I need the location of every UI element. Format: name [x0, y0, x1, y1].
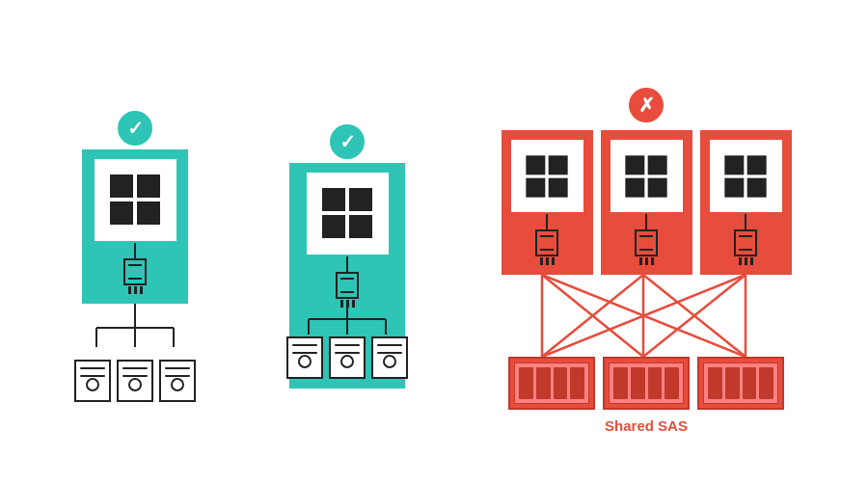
- drive-circle-2c: [383, 355, 396, 368]
- windows-logo-3a: [523, 152, 571, 201]
- drive-unit-bar-3a3: [554, 367, 568, 399]
- svg-rect-12: [349, 215, 372, 238]
- server-card-1: [82, 149, 188, 304]
- svg-rect-24: [625, 177, 644, 197]
- svg-rect-23: [648, 155, 667, 174]
- hba-pins-2: [340, 300, 355, 308]
- svg-rect-27: [747, 155, 767, 174]
- windows-icon-box-2: [307, 173, 389, 255]
- hba-connector-1: [123, 243, 147, 294]
- drive-group-1: [74, 360, 196, 402]
- drive-unit-bar-3c2: [725, 367, 740, 399]
- drive-unit-bar-3b1: [613, 367, 628, 399]
- hba-line-3a: [546, 214, 548, 229]
- status-badge-2: ✓: [330, 124, 365, 159]
- hba-body-3c: [734, 229, 757, 256]
- svg-rect-21: [549, 177, 568, 197]
- svg-rect-0: [110, 174, 133, 198]
- hba-pin-3ba: [639, 257, 642, 265]
- hba-pins-1: [128, 286, 143, 294]
- hba-pins-3a: [540, 257, 555, 265]
- drive-unit-bar-3a4: [570, 367, 584, 399]
- drive-unit-inner-3b: [609, 362, 684, 404]
- drive-unit-bar-3a1: [519, 367, 533, 399]
- drive-2a: [286, 336, 323, 379]
- svg-rect-1: [137, 174, 160, 198]
- hba-pin-1a: [128, 286, 131, 294]
- hba-pin-3cb: [745, 257, 747, 265]
- drive-unit-3a: [508, 357, 595, 410]
- svg-rect-9: [322, 188, 345, 211]
- tree-lines-1: [82, 304, 188, 352]
- drive-unit-bar-3b2: [631, 367, 645, 399]
- cross-lines-svg: [497, 275, 796, 357]
- svg-rect-29: [747, 177, 767, 197]
- hba-line-top-2: [346, 256, 348, 272]
- hba-pin-3bb: [645, 257, 648, 265]
- drive-group-2: [286, 336, 408, 379]
- drive-unit-3b: [603, 357, 690, 410]
- windows-logo-1: [106, 171, 164, 228]
- server-card-2: [289, 163, 405, 389]
- hba-line-3b: [645, 214, 647, 229]
- status-badge-3: ✗: [629, 88, 664, 122]
- hba-pin-3bc: [651, 257, 654, 265]
- windows-icon-box-3b: [610, 140, 683, 212]
- hba-connector-3a: [535, 214, 558, 265]
- drive-circle-2b: [340, 355, 354, 368]
- windows-icon-box-3a: [511, 140, 583, 212]
- check-icon-2: ✓: [339, 130, 356, 153]
- hba-pin-3ca: [739, 257, 742, 265]
- hba-pin-3cc: [750, 257, 753, 265]
- hba-connector-3c: [734, 214, 757, 265]
- server-card-3c: [700, 130, 792, 275]
- drive-1c: [159, 360, 196, 402]
- section3-drives: [508, 357, 784, 410]
- svg-rect-25: [648, 177, 667, 197]
- hba-pin-1c: [140, 286, 143, 294]
- hba-connector-2: [336, 256, 359, 308]
- drive-1a: [74, 360, 111, 402]
- hba-body-3a: [535, 229, 558, 256]
- svg-rect-11: [322, 215, 345, 238]
- svg-rect-10: [349, 188, 372, 211]
- diagram-section-3: ✗: [492, 88, 800, 434]
- tree-lines-2: [294, 308, 400, 336]
- hba-pin-3ab: [546, 257, 549, 265]
- hba-line-top-1: [134, 243, 136, 258]
- drive-circle-2a: [298, 355, 312, 368]
- x-icon-3: ✗: [638, 94, 655, 117]
- drive-circle-1a: [86, 378, 99, 391]
- hba-body-2: [336, 272, 359, 299]
- hba-body-1: [123, 258, 147, 285]
- svg-rect-18: [526, 155, 545, 174]
- hba-pins-3b: [639, 257, 654, 265]
- check-icon-1: ✓: [127, 117, 144, 140]
- drive-circle-1c: [171, 378, 184, 391]
- diagram-section-1: ✓: [68, 121, 203, 402]
- windows-logo-3b: [622, 152, 670, 201]
- drive-unit-3c: [697, 357, 784, 410]
- svg-rect-19: [549, 155, 568, 174]
- hba-pin-2b: [346, 300, 349, 308]
- drive-unit-bar-3c4: [759, 367, 773, 399]
- hba-pin-2c: [352, 300, 355, 308]
- svg-rect-22: [625, 155, 644, 174]
- drive-unit-bar-3c3: [743, 367, 757, 399]
- shared-sas-label: Shared SAS: [605, 417, 688, 434]
- drive-unit-bar-3a2: [536, 367, 551, 399]
- section3-servers: [502, 130, 792, 275]
- windows-logo-3c: [721, 152, 770, 201]
- windows-icon-box-1: [95, 159, 176, 241]
- svg-rect-3: [137, 201, 160, 225]
- server-card-3a: [502, 130, 593, 275]
- drive-1b: [117, 360, 153, 402]
- drive-unit-inner-3c: [703, 362, 778, 404]
- svg-rect-20: [526, 177, 545, 197]
- hba-pin-2a: [340, 300, 343, 308]
- drive-circle-1b: [128, 378, 142, 391]
- svg-rect-28: [724, 177, 744, 197]
- drive-2b: [329, 336, 366, 379]
- drive-unit-bar-3b3: [648, 367, 663, 399]
- hba-body-3b: [635, 229, 658, 256]
